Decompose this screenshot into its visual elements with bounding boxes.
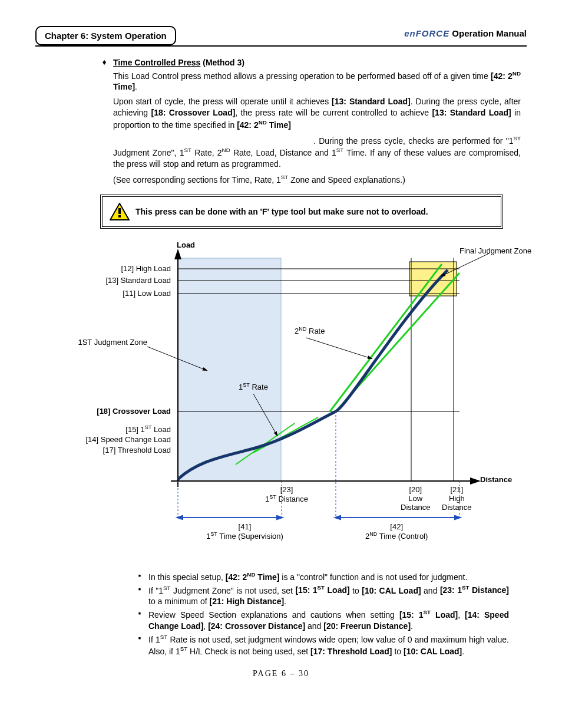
paragraph-2: Upon start of cycle, the press will oper…: [113, 96, 521, 130]
load-distance-diagram: Load [12] High Load [13] Standard Load […: [53, 241, 509, 559]
diamond-bullet-icon: ♦: [100, 57, 108, 68]
label-1st-zone: 1ST Judgment Zone: [65, 338, 147, 347]
caution-text: This press can be done with an 'F' type …: [135, 207, 428, 216]
label-21: [21]HighDistance: [442, 485, 472, 512]
svg-rect-2: [118, 215, 121, 218]
label-1st-rate: 1ST Rate: [239, 382, 268, 391]
label-23: [23]1ST Distance: [265, 485, 308, 503]
label-41: [41]1ST Time (Supervision): [206, 522, 283, 541]
note-2: ▪ If "1ST Judgment Zone" is not used, se…: [135, 584, 509, 607]
section-title-rest: (Method 3): [200, 58, 244, 67]
main-content: ♦ Time Controlled Press (Method 3) This …: [100, 57, 521, 185]
chapter-box: Chapter 6: System Operation: [35, 26, 176, 45]
section-heading-row: ♦ Time Controlled Press (Method 3): [100, 57, 521, 68]
brand-logo-text: enFORCE: [404, 28, 449, 38]
page-header: Chapter 6: System Operation enFORCE Oper…: [35, 24, 527, 47]
axis-label-distance: Distance: [480, 475, 512, 484]
label-threshold-load: [17] Threshold Load: [82, 446, 171, 454]
paragraph-1: This Load Control press method allows a …: [113, 70, 521, 93]
paragraph-4: (See corresponding sections for Time, Ra…: [113, 173, 521, 186]
chapter-text: Chapter 6: System Operation: [45, 31, 167, 41]
label-speed-change-load: [14] Speed Change Load: [65, 435, 171, 444]
label-high-load: [12] High Load: [100, 264, 171, 273]
note-1: ▪ In this special setup, [42: 2ND Time] …: [135, 571, 509, 583]
label-42: [42]2ND Time (Control): [365, 522, 428, 541]
square-bullet-icon: ▪: [135, 584, 144, 607]
manual-title: enFORCE Operation Manual: [404, 28, 527, 38]
svg-rect-1: [118, 208, 121, 214]
section-heading: Time Controlled Press (Method 3): [113, 57, 521, 68]
paragraph-3: . During the press cycle, checks are per…: [113, 134, 521, 170]
page: Chapter 6: System Operation enFORCE Oper…: [0, 0, 562, 696]
label-20: [20]LowDistance: [401, 485, 431, 512]
label-1st-load: [15] 1ST Load: [88, 424, 171, 434]
label-final-zone: Final Judgment Zone: [459, 246, 531, 255]
label-2nd-rate: 2ND Rate: [295, 326, 325, 335]
note-4: ▪ If 1ST Rate is not used, set judgment …: [135, 633, 509, 657]
notes-list: ▪ In this special setup, [42: 2ND Time] …: [135, 571, 509, 657]
square-bullet-icon: ▪: [135, 571, 144, 583]
caution-box: This press can be done with an 'F' type …: [100, 195, 503, 229]
page-number: PAGE 6 – 30: [35, 669, 527, 678]
label-crossover-load: [18] Crossover Load: [71, 407, 171, 416]
manual-label: Operation Manual: [452, 28, 527, 38]
square-bullet-icon: ▪: [135, 633, 144, 657]
label-standard-load: [13] Standard Load: [88, 276, 171, 285]
note-3: ▪ Review Speed Section explanations and …: [135, 608, 509, 631]
svg-line-14: [306, 338, 371, 358]
axis-label-load: Load: [177, 241, 195, 249]
svg-rect-3: [178, 258, 281, 481]
warning-icon: [110, 203, 130, 220]
label-low-load: [11] Low Load: [100, 289, 171, 298]
svg-rect-4: [409, 262, 457, 296]
square-bullet-icon: ▪: [135, 608, 144, 631]
section-title-underlined: Time Controlled Press: [113, 58, 200, 67]
